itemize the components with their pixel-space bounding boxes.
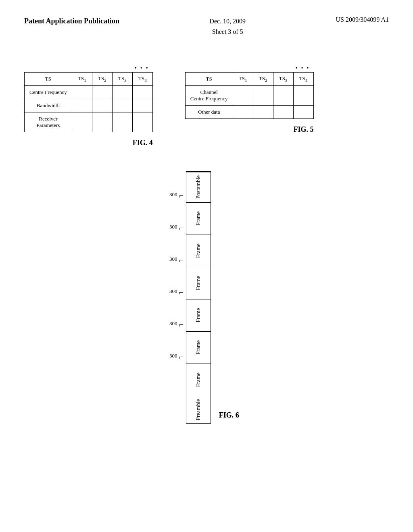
bracket-4: ⌐ bbox=[179, 288, 184, 296]
fig4-r3c4 bbox=[132, 112, 152, 132]
fig4-r1c4 bbox=[132, 86, 152, 99]
table-row: ReceiverParameters bbox=[25, 112, 153, 132]
fig5-r2c2 bbox=[253, 106, 273, 119]
table-row: TS TS1 TS2 TS3 TS4 bbox=[25, 73, 153, 86]
main-content: . . . TS TS1 TS2 TS3 TS4 Centre Frequenc… bbox=[0, 45, 413, 440]
fig5-r2c3 bbox=[273, 106, 293, 119]
frame-cell-4: Frame bbox=[186, 299, 211, 331]
table-row: Other data bbox=[185, 106, 313, 119]
fig4-ts1-header: TS1 bbox=[72, 73, 92, 86]
fig6-area: 300 ⌐ 300 ⌐ 300 ⌐ 300 ⌐ 300 ⌐ bbox=[169, 171, 239, 424]
frame-cell-6: Frame bbox=[186, 364, 211, 396]
fig4-label: FIG. 4 bbox=[24, 139, 153, 147]
fig6-num-4: 300 ⌐ bbox=[169, 288, 184, 320]
frame-cell-1: Frame bbox=[186, 202, 211, 235]
frame-number-4: 300 bbox=[169, 288, 177, 295]
bracket-6: ⌐ bbox=[179, 353, 184, 361]
fig6-left-labels: 300 ⌐ 300 ⌐ 300 ⌐ 300 ⌐ 300 ⌐ bbox=[169, 191, 186, 385]
fig4-row2-label: Bandwidth bbox=[25, 99, 72, 112]
fig5-header-ts: TS bbox=[185, 73, 233, 86]
frame-number-1: 300 bbox=[169, 191, 177, 198]
fig4-table: TS TS1 TS2 TS3 TS4 Centre Frequency bbox=[24, 72, 153, 132]
table-row: Centre Frequency bbox=[25, 86, 153, 99]
fig6-label: FIG. 6 bbox=[211, 171, 239, 424]
fig4-r2c3 bbox=[112, 99, 132, 112]
fig6-num-3: 300 ⌐ bbox=[169, 256, 184, 288]
fig5-label: FIG. 5 bbox=[185, 125, 314, 134]
fig4-r3c3 bbox=[112, 112, 132, 132]
fig4-r1c2 bbox=[92, 86, 112, 99]
fig4-row1-label: Centre Frequency bbox=[25, 86, 72, 99]
fig4-r1c1 bbox=[72, 86, 92, 99]
postamble-cell: Postamble bbox=[186, 172, 211, 202]
frame-cell-3: Frame bbox=[186, 267, 211, 299]
fig6-num-1: 300 ⌐ bbox=[169, 191, 184, 224]
fig5-table: TS TS1 TS2 TS3 TS4 ChannelCentre Frequen… bbox=[185, 72, 314, 119]
frame-cell-2: Frame bbox=[186, 235, 211, 267]
figures-top-row: . . . TS TS1 TS2 TS3 TS4 Centre Frequenc… bbox=[24, 61, 389, 147]
fig5-r1c4 bbox=[293, 86, 313, 106]
table-row: Bandwidth bbox=[25, 99, 153, 112]
page-header: Patent Application Publication Dec. 10, … bbox=[0, 0, 413, 45]
fig4-container: . . . TS TS1 TS2 TS3 TS4 Centre Frequenc… bbox=[24, 61, 153, 147]
frame-cell-5: Frame bbox=[186, 331, 211, 364]
fig4-ts2-header: TS2 bbox=[92, 73, 112, 86]
fig4-ts4-header: TS4 bbox=[132, 73, 152, 86]
fig5-ts1-header: TS1 bbox=[233, 73, 253, 86]
fig4-header-ts: TS bbox=[25, 73, 72, 86]
fig5-r2c4 bbox=[293, 106, 313, 119]
fig4-dots: . . . bbox=[24, 61, 153, 71]
preamble-cell: Preamble bbox=[186, 396, 211, 424]
fig4-r3c1 bbox=[72, 112, 92, 132]
frame-number-6: 300 bbox=[169, 353, 177, 359]
fig5-r1c3 bbox=[273, 86, 293, 106]
table-row: TS TS1 TS2 TS3 TS4 bbox=[185, 73, 313, 86]
fig6-num-6: 300 ⌐ bbox=[169, 353, 184, 385]
fig6-num-2: 300 ⌐ bbox=[169, 224, 184, 256]
frame-number-2: 300 bbox=[169, 224, 177, 230]
fig5-row2-label: Other data bbox=[185, 106, 233, 119]
fig5-r1c2 bbox=[253, 86, 273, 106]
fig4-r2c2 bbox=[92, 99, 112, 112]
fig6-diagram: Postamble Frame Frame Frame Frame Frame … bbox=[186, 171, 211, 424]
publication-number: US 2009/304099 A1 bbox=[336, 16, 389, 23]
bracket-3: ⌐ bbox=[179, 256, 184, 264]
fig5-row1-label: ChannelCentre Frequency bbox=[185, 86, 233, 106]
fig5-ts2-header: TS2 bbox=[253, 73, 273, 86]
fig4-ts3-header: TS3 bbox=[112, 73, 132, 86]
table-row: ChannelCentre Frequency bbox=[185, 86, 313, 106]
bracket-2: ⌐ bbox=[179, 224, 184, 232]
bracket-1: ⌐ bbox=[179, 191, 184, 200]
fig5-r1c1 bbox=[233, 86, 253, 106]
fig4-r3c2 bbox=[92, 112, 112, 132]
frame-number-3: 300 bbox=[169, 256, 177, 262]
pub-date: Dec. 10, 2009 bbox=[209, 18, 246, 25]
figures-bottom-row: 300 ⌐ 300 ⌐ 300 ⌐ 300 ⌐ 300 ⌐ bbox=[24, 171, 389, 424]
fig5-r2c1 bbox=[233, 106, 253, 119]
fig5-dots: . . . bbox=[185, 61, 314, 71]
publication-date-sheet: Dec. 10, 2009 Sheet 3 of 5 bbox=[209, 16, 246, 37]
bracket-5: ⌐ bbox=[179, 320, 184, 328]
publication-title: Patent Application Publication bbox=[24, 16, 119, 26]
fig4-r1c3 bbox=[112, 86, 132, 99]
fig4-row3-label: ReceiverParameters bbox=[25, 112, 72, 132]
sheet-info: Sheet 3 of 5 bbox=[212, 28, 243, 35]
fig6-num-5: 300 ⌐ bbox=[169, 320, 184, 353]
frame-number-5: 300 bbox=[169, 320, 177, 327]
fig4-r2c4 bbox=[132, 99, 152, 112]
fig5-container: . . . TS TS1 TS2 TS3 TS4 ChannelCentre F… bbox=[185, 61, 314, 147]
fig5-ts4-header: TS4 bbox=[293, 73, 313, 86]
fig4-r2c1 bbox=[72, 99, 92, 112]
fig5-ts3-header: TS3 bbox=[273, 73, 293, 86]
